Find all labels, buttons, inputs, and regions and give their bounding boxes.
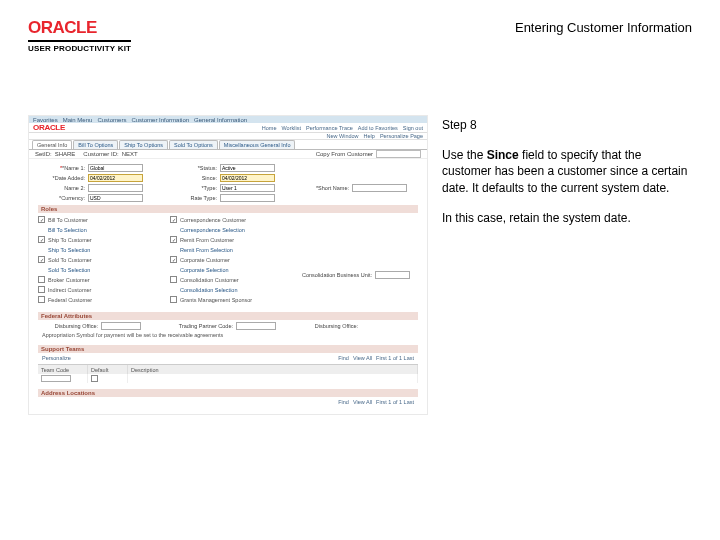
lnk-consol-sel[interactable]: Consolidation Selection [180,287,237,293]
lnk-soldto-sel[interactable]: Sold To Selection [48,267,90,273]
lbl-consol-bu: Consolidation Business Unit: [302,272,372,278]
col-default: Default [88,365,128,374]
link-signout[interactable]: Sign out [403,125,423,131]
sup-view[interactable]: View All [353,355,372,361]
lnk-billto-sel[interactable]: Bill To Selection [48,227,87,233]
section-support: Support Teams [38,345,418,353]
lbl-consol: Consolidation Customer [180,277,239,283]
chk-remit[interactable] [170,236,177,243]
chk-indirect[interactable] [38,286,45,293]
ss-breadcrumb-bar: Favorites Main Menu Customers Customer I… [29,116,427,123]
t1a: Use the [442,148,487,162]
section-roles: Roles [38,205,418,213]
lbl-broker: Broker Customer [48,277,90,283]
input-name2[interactable] [88,184,143,192]
ss-subheader: New Window Help Personalize Page [29,133,427,140]
lnk-shipto-sel[interactable]: Ship To Selection [48,247,90,253]
link-personalize[interactable]: Personalize Page [380,133,423,139]
lbl-federal: Federal Customer [48,297,92,303]
link-worklist[interactable]: Worklist [282,125,301,131]
chk-federal[interactable] [38,296,45,303]
oracle-logo: ORACLE [28,18,131,38]
ss-idline: SetID:SHARE Customer ID:NEXT Copy From C… [29,150,427,159]
input-status[interactable] [220,164,275,172]
chk-shipto[interactable] [38,236,45,243]
fed-note: Appropriation Symbol for payment will be… [38,331,418,339]
chk-billto[interactable] [38,216,45,223]
upk-label: USER PRODUCTIVITY KIT [28,40,131,53]
section-address: Address Locations [38,389,418,397]
default-chk[interactable] [91,375,98,382]
crumb: Customers [97,117,126,123]
input-consol-bu[interactable] [375,271,410,279]
tab-misc[interactable]: Miscellaneous General Info [219,140,296,149]
ss-oracle-logo: ORACLE [33,123,65,132]
lbl-shipto: Ship To Customer [48,237,92,243]
tab-billto[interactable]: Bill To Options [73,140,118,149]
lbl-soldto: Sold To Customer [48,257,92,263]
input-name1[interactable] [88,164,143,172]
ss-brand-bar: ORACLE Home Worklist Performance Trace A… [29,123,427,133]
setid-value: SHARE [55,151,76,157]
link-fav[interactable]: Add to Favorites [358,125,398,131]
page-title: Entering Customer Information [515,20,692,35]
input-type[interactable] [220,184,275,192]
input-currency[interactable] [88,194,143,202]
chk-consol[interactable] [170,276,177,283]
input-rate[interactable] [220,194,275,202]
lnk-remit-sel[interactable]: Remit From Selection [180,247,233,253]
lbl-corp: Corporate Customer [180,257,230,263]
lbl-billto: Bill To Customer [48,217,88,223]
crumb: Customer Information [131,117,189,123]
instruction-para-2: In this case, retain the system date. [442,210,692,226]
col-desc: Description [128,365,418,374]
lbl-rate: Rate Type: [169,195,217,201]
lbl-disb: Disbursing Office: [38,323,98,329]
tab-shipto[interactable]: Ship To Options [119,140,168,149]
input-short[interactable] [352,184,407,192]
col-team: Team Code [38,365,88,374]
lbl-corresp: Correspondence Customer [180,217,246,223]
lbl-grants: Grants Management Sponsor [180,297,252,303]
copy-from-label: Copy From Customer [316,151,373,157]
brand-block: ORACLE USER PRODUCTIVITY KIT [28,18,131,53]
lbl-since: Since: [169,175,217,181]
sup-count: First 1 of 1 Last [376,355,414,361]
team-code-input[interactable] [41,375,71,382]
section-federal: Federal Attributes [38,312,418,320]
addr-find[interactable]: Find [338,399,349,405]
sup-find[interactable]: Find [338,355,349,361]
chk-soldto[interactable] [38,256,45,263]
tab-soldto[interactable]: Sold To Options [169,140,218,149]
link-home[interactable]: Home [262,125,277,131]
lbl-date-added: *Date Added: [37,175,85,181]
lnk-corresp-sel[interactable]: Correspondence Selection [180,227,245,233]
ss-toplinks: Home Worklist Performance Trace Add to F… [262,125,423,131]
chk-broker[interactable] [38,276,45,283]
chk-corresp[interactable] [170,216,177,223]
instruction-para-1: Use the Since field to specify that the … [442,147,692,196]
copy-from-input[interactable] [376,150,421,158]
ss-form: **Name 1: *Date Added: Name 2: *Currency… [29,159,427,414]
lbl-indirect: Indirect Customer [48,287,91,293]
link-help[interactable]: Help [364,133,375,139]
app-screenshot: Favorites Main Menu Customers Customer I… [28,115,428,415]
input-trading[interactable] [236,322,276,330]
sup-personalize[interactable]: Personalize [42,355,71,361]
link-perf[interactable]: Performance Trace [306,125,353,131]
step-label: Step 8 [442,117,692,133]
tab-general-info[interactable]: General Info [32,140,72,149]
link-newwin[interactable]: New Window [326,133,358,139]
lbl-disbursing-office: Disbursing Office: [298,323,358,329]
lbl-type: *Type: [169,185,217,191]
lnk-corp-sel[interactable]: Corporate Selection [180,267,229,273]
lbl-status: *Status: [169,165,217,171]
instructions-panel: Step 8 Use the Since field to specify th… [442,115,692,415]
addr-view[interactable]: View All [353,399,372,405]
input-since[interactable] [220,174,275,182]
input-date-added[interactable] [88,174,143,182]
page-header: ORACLE USER PRODUCTIVITY KIT Entering Cu… [0,0,720,59]
chk-grants[interactable] [170,296,177,303]
chk-corp[interactable] [170,256,177,263]
input-disb[interactable] [101,322,141,330]
